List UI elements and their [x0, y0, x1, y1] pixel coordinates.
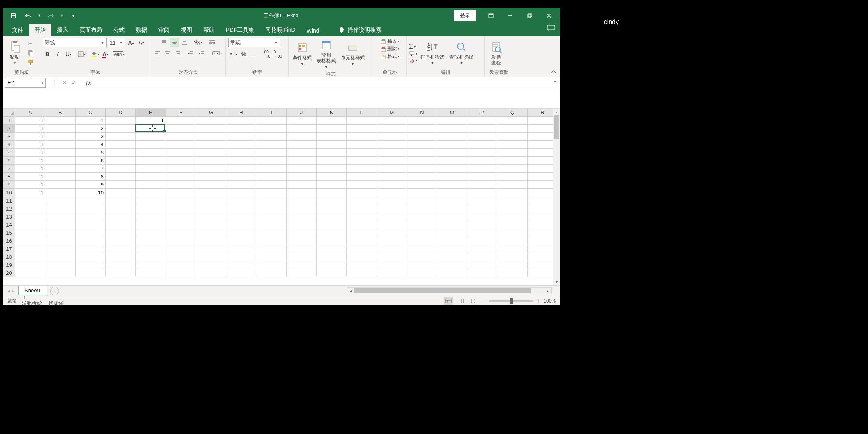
align-right-button[interactable] — [173, 49, 183, 58]
cell[interactable] — [45, 205, 76, 213]
cell[interactable] — [377, 157, 407, 165]
cell[interactable] — [166, 261, 196, 269]
cell[interactable] — [136, 125, 166, 133]
underline-button[interactable]: U▾ — [63, 50, 73, 59]
cell[interactable] — [437, 269, 467, 277]
cell[interactable] — [15, 253, 45, 261]
cell[interactable] — [256, 141, 287, 149]
cell[interactable] — [347, 221, 377, 229]
cell[interactable] — [467, 269, 497, 277]
cell[interactable] — [317, 205, 347, 213]
cell[interactable] — [45, 189, 76, 197]
cell[interactable] — [437, 117, 467, 125]
tell-me-search[interactable]: 操作说明搜索 — [333, 24, 387, 36]
cell[interactable] — [256, 165, 287, 173]
cell[interactable] — [437, 213, 467, 221]
column-header[interactable]: N — [407, 108, 437, 117]
cell[interactable] — [136, 261, 166, 269]
cell[interactable] — [437, 133, 467, 141]
invoice-check-button[interactable]: 发票 查验 — [487, 40, 506, 67]
increase-decimal-button[interactable]: .00→.0 — [262, 50, 272, 59]
delete-cells-button[interactable]: 删除▾ — [380, 45, 399, 52]
cell[interactable] — [317, 149, 347, 157]
cell[interactable] — [256, 229, 287, 237]
qat-customize-icon[interactable]: ▾ — [68, 10, 79, 21]
cell[interactable] — [497, 269, 528, 277]
cell[interactable] — [256, 205, 287, 213]
cell[interactable] — [106, 237, 136, 245]
cell[interactable] — [256, 173, 287, 181]
cell[interactable] — [196, 125, 226, 133]
zoom-out-button[interactable]: − — [482, 297, 486, 305]
cell[interactable]: 10 — [76, 189, 106, 197]
cell[interactable] — [377, 229, 407, 237]
cell[interactable] — [497, 237, 528, 245]
cell[interactable] — [317, 125, 347, 133]
font-color-button[interactable]: A▾ — [100, 50, 110, 59]
column-header[interactable]: G — [196, 108, 226, 117]
cell[interactable] — [196, 181, 226, 189]
cell[interactable] — [407, 165, 437, 173]
cell[interactable] — [317, 173, 347, 181]
cell[interactable]: 1 — [15, 165, 45, 173]
cell[interactable] — [407, 157, 437, 165]
cell[interactable] — [287, 117, 317, 125]
cell[interactable] — [497, 165, 528, 173]
cell[interactable] — [467, 165, 497, 173]
tab-home[interactable]: 开始 — [29, 24, 51, 36]
cell[interactable] — [136, 133, 166, 141]
cell[interactable] — [45, 141, 76, 149]
cell[interactable] — [497, 205, 528, 213]
cell[interactable] — [497, 213, 528, 221]
cell[interactable] — [166, 149, 196, 157]
cell[interactable]: 1 — [136, 117, 166, 125]
cell[interactable] — [377, 213, 407, 221]
cell[interactable] — [287, 261, 317, 269]
tab-help[interactable]: 帮助 — [198, 24, 220, 36]
collapse-ribbon-button[interactable] — [550, 70, 557, 74]
insert-cells-button[interactable]: 插入▾ — [380, 38, 399, 45]
cell[interactable] — [106, 205, 136, 213]
cell[interactable] — [226, 157, 256, 165]
cell[interactable] — [407, 117, 437, 125]
column-header[interactable]: J — [287, 108, 317, 117]
cell[interactable] — [166, 125, 196, 133]
cell[interactable] — [106, 261, 136, 269]
tab-page-layout[interactable]: 页面布局 — [74, 24, 108, 36]
cell[interactable] — [407, 141, 437, 149]
conditional-format-button[interactable]: 条件格式▼ — [291, 41, 313, 67]
cell[interactable] — [317, 213, 347, 221]
cell[interactable] — [467, 157, 497, 165]
cell[interactable] — [347, 181, 377, 189]
cell[interactable] — [196, 141, 226, 149]
cell[interactable] — [196, 229, 226, 237]
cell[interactable] — [347, 133, 377, 141]
cell[interactable] — [317, 197, 347, 205]
cell[interactable]: 7 — [76, 165, 106, 173]
cell[interactable] — [45, 133, 76, 141]
column-header[interactable]: A — [15, 108, 45, 117]
cell[interactable] — [287, 165, 317, 173]
cell[interactable] — [106, 253, 136, 261]
tab-wind[interactable]: Wind — [301, 25, 325, 36]
cell[interactable] — [106, 117, 136, 125]
cell[interactable] — [287, 205, 317, 213]
cell[interactable] — [166, 197, 196, 205]
cell[interactable] — [196, 237, 226, 245]
cell[interactable] — [317, 141, 347, 149]
cell[interactable] — [166, 181, 196, 189]
cell[interactable] — [196, 173, 226, 181]
increase-font-button[interactable]: A▴ — [126, 38, 136, 47]
cell[interactable] — [497, 133, 528, 141]
align-top-button[interactable] — [159, 38, 169, 47]
cell[interactable]: 1 — [15, 149, 45, 157]
row-header[interactable]: 8 — [3, 173, 15, 181]
cell[interactable] — [377, 133, 407, 141]
cell[interactable] — [196, 165, 226, 173]
cell[interactable] — [15, 237, 45, 245]
cell[interactable] — [287, 197, 317, 205]
cell[interactable] — [347, 165, 377, 173]
cell[interactable] — [497, 149, 528, 157]
cell[interactable] — [437, 181, 467, 189]
cell[interactable] — [407, 245, 437, 253]
